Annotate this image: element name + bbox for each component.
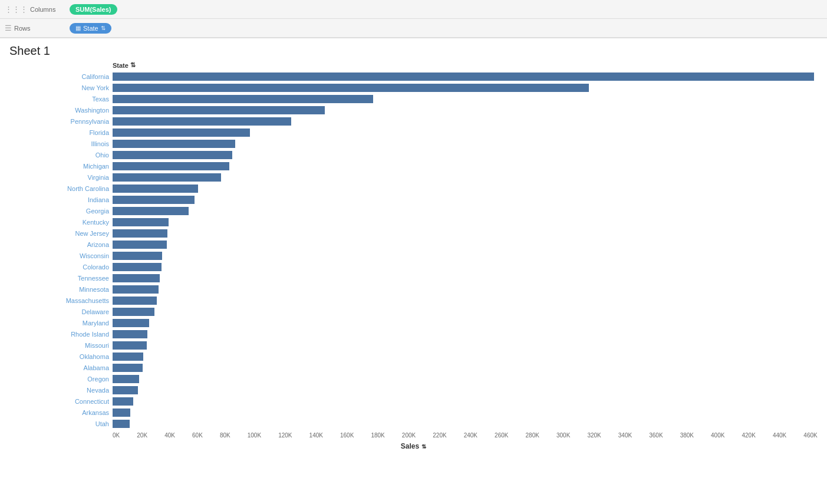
bar-row[interactable]: Arkansas: [9, 407, 818, 418]
bar-fill: [113, 185, 198, 193]
bar-track: [113, 73, 818, 81]
bar-track: [113, 420, 818, 428]
state-pill[interactable]: ▦ State ⇅: [70, 23, 111, 34]
bar-row[interactable]: New York: [9, 83, 818, 93]
bar-row[interactable]: Georgia: [9, 206, 818, 216]
bar-row[interactable]: Michigan: [9, 161, 818, 172]
x-tick: 120K: [278, 432, 292, 439]
x-tick: 440K: [773, 432, 786, 439]
bar-fill: [113, 84, 589, 92]
bar-row[interactable]: North Carolina: [9, 183, 818, 194]
bar-label: Georgia: [9, 207, 113, 215]
bar-label: North Carolina: [9, 185, 113, 192]
bar-row[interactable]: Oklahoma: [9, 351, 818, 362]
bar-fill: [113, 241, 167, 249]
x-tick: 180K: [371, 432, 384, 439]
bar-fill: [113, 364, 143, 372]
x-tick: 380K: [680, 432, 694, 439]
bar-fill: [113, 106, 325, 114]
state-header-label: State: [113, 62, 129, 69]
sales-filter-icon[interactable]: ⇅: [421, 443, 426, 450]
bar-track: [113, 95, 818, 103]
rows-drag-icon: ☰: [5, 24, 12, 32]
bar-row[interactable]: Wisconsin: [9, 251, 818, 261]
bar-label: Minnesota: [9, 286, 113, 293]
x-tick: 20K: [137, 432, 147, 439]
bar-track: [113, 297, 818, 305]
x-tick: 200K: [402, 432, 416, 439]
bar-fill: [113, 341, 147, 350]
bar-row[interactable]: Nevada: [9, 385, 818, 396]
bar-fill: [113, 129, 250, 137]
bar-track: [113, 241, 818, 249]
bar-row[interactable]: Maryland: [9, 318, 818, 328]
x-tick: 340K: [618, 432, 632, 439]
bar-row[interactable]: California: [9, 71, 818, 82]
bar-label: Delaware: [9, 308, 113, 315]
bar-label: Massachusetts: [9, 297, 113, 304]
bar-row[interactable]: Tennessee: [9, 273, 818, 284]
bar-label: Washington: [9, 107, 113, 114]
bar-track: [113, 185, 818, 193]
bar-track: [113, 106, 818, 114]
bar-row[interactable]: Washington: [9, 105, 818, 116]
bar-track: [113, 173, 818, 182]
bar-fill: [113, 252, 162, 260]
bar-track: [113, 263, 818, 271]
bar-row[interactable]: New Jersey: [9, 228, 818, 239]
x-tick: 80K: [220, 432, 230, 439]
sum-sales-pill[interactable]: SUM(Sales): [70, 4, 117, 15]
bar-track: [113, 386, 818, 394]
bar-label: Pennsylvania: [9, 118, 113, 125]
bar-row[interactable]: Minnesota: [9, 284, 818, 295]
columns-row: ⋮⋮⋮ Columns SUM(Sales): [0, 0, 827, 19]
bar-row[interactable]: Texas: [9, 94, 818, 104]
bar-row[interactable]: Oregon: [9, 374, 818, 384]
bar-row[interactable]: Pennsylvania: [9, 116, 818, 127]
bar-track: [113, 319, 818, 327]
bar-row[interactable]: Colorado: [9, 262, 818, 272]
bar-label: Utah: [9, 420, 113, 427]
bar-track: [113, 285, 818, 294]
bar-row[interactable]: Kentucky: [9, 217, 818, 228]
bar-row[interactable]: Virginia: [9, 172, 818, 183]
state-sort-icon[interactable]: ⇅: [130, 61, 136, 69]
bar-label: New Jersey: [9, 230, 113, 237]
state-column-header: State ⇅: [113, 61, 818, 69]
bar-track: [113, 397, 818, 406]
bar-track: [113, 274, 818, 282]
bar-label: Maryland: [9, 319, 113, 327]
bar-row[interactable]: Illinois: [9, 139, 818, 149]
bar-row[interactable]: Rhode Island: [9, 329, 818, 340]
bar-row[interactable]: Arizona: [9, 239, 818, 250]
bar-row[interactable]: Missouri: [9, 340, 818, 351]
bar-row[interactable]: Alabama: [9, 363, 818, 373]
bar-track: [113, 375, 818, 383]
x-tick: 0K: [113, 432, 120, 439]
bar-fill: [113, 162, 229, 170]
bar-row[interactable]: Utah: [9, 419, 818, 429]
bar-fill: [113, 73, 814, 81]
bar-fill: [113, 353, 143, 361]
bar-row[interactable]: Florida: [9, 127, 818, 138]
bar-fill: [113, 375, 139, 383]
bar-label: Connecticut: [9, 398, 113, 405]
bar-row[interactable]: Indiana: [9, 195, 818, 205]
rows-row: ☰ Rows ▦ State ⇅: [0, 19, 827, 38]
bar-label: Rhode Island: [9, 331, 113, 338]
bar-row[interactable]: Delaware: [9, 307, 818, 317]
bar-label: Wisconsin: [9, 252, 113, 259]
bar-row[interactable]: Ohio: [9, 150, 818, 160]
bar-row[interactable]: Massachusetts: [9, 295, 818, 306]
bar-row[interactable]: Connecticut: [9, 396, 818, 407]
bar-fill: [113, 196, 195, 204]
bar-label: Nevada: [9, 387, 113, 394]
bar-fill: [113, 207, 189, 215]
x-tick: 240K: [464, 432, 477, 439]
bar-label: Oklahoma: [9, 353, 113, 360]
bar-label: Arizona: [9, 241, 113, 248]
bar-label: Virginia: [9, 174, 113, 181]
x-tick: 40K: [164, 432, 175, 439]
bar-label: Missouri: [9, 342, 113, 349]
bar-label: Ohio: [9, 151, 113, 159]
